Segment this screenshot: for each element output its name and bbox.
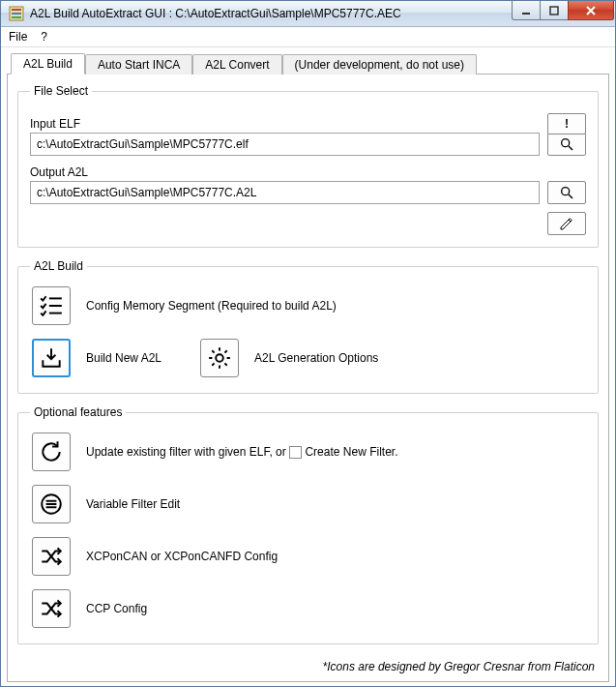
svg-rect-1	[12, 9, 21, 11]
close-button[interactable]	[568, 1, 614, 20]
svg-line-10	[569, 220, 571, 222]
ccp-config-label: CCP Config	[86, 602, 147, 615]
config-memory-segment-label: Config Memory Segment (Required to build…	[86, 299, 337, 313]
svg-rect-4	[522, 13, 530, 15]
app-window: A2L Build AutoExtract GUI : C:\AutoExtra…	[0, 0, 616, 687]
browse-output-a2l-button[interactable]	[547, 181, 586, 204]
browse-input-elf-button[interactable]	[547, 133, 586, 156]
legend-a2l-build: A2L Build	[30, 259, 87, 273]
config-memory-segment-button[interactable]	[32, 286, 71, 325]
search-icon	[559, 185, 574, 200]
svg-point-6	[562, 139, 570, 147]
search-icon	[559, 136, 574, 152]
alert-button[interactable]: !	[547, 113, 586, 134]
tab-a2l-convert[interactable]: A2L Convert	[192, 54, 281, 75]
refresh-icon	[39, 439, 64, 464]
menubar: File ?	[1, 27, 615, 47]
list-icon	[39, 492, 64, 517]
window-controls	[513, 1, 615, 26]
checklist-icon	[39, 293, 64, 318]
build-new-a2l-button[interactable]	[32, 339, 71, 377]
tab-a2l-build[interactable]: A2L Build	[11, 53, 85, 75]
client-area: A2L Build Auto Start INCA A2L Convert (U…	[1, 47, 615, 686]
tab-auto-start-inca[interactable]: Auto Start INCA	[85, 54, 192, 75]
svg-line-9	[569, 194, 572, 198]
svg-point-8	[562, 188, 570, 195]
menu-help[interactable]: ?	[41, 30, 47, 44]
update-filter-button[interactable]	[32, 433, 71, 471]
a2l-generation-options-button[interactable]	[200, 339, 239, 377]
menu-file[interactable]: File	[9, 30, 27, 44]
label-output-a2l: Output A2L	[30, 165, 586, 179]
tabstrip: A2L Build Auto Start INCA A2L Convert (U…	[7, 53, 609, 75]
legend-optional-features: Optional features	[30, 405, 126, 419]
svg-rect-3	[12, 16, 21, 18]
output-a2l-field[interactable]	[30, 181, 540, 204]
tabpanel-a2l-build: File Select ! Input ELF Output A2L	[7, 75, 609, 682]
legend-file-select: File Select	[30, 84, 92, 98]
xcp-config-label: XCPonCAN or XCPonCANFD Config	[86, 550, 278, 563]
svg-line-7	[569, 146, 572, 150]
app-icon	[9, 6, 24, 21]
gear-icon	[207, 345, 232, 371]
window-title: A2L Build AutoExtract GUI : C:\AutoExtra…	[30, 7, 513, 20]
variable-filter-edit-label: Variable Filter Edit	[86, 497, 180, 511]
group-optional-features: Optional features Update existing filter…	[17, 405, 599, 644]
titlebar: A2L Build AutoExtract GUI : C:\AutoExtra…	[1, 1, 615, 27]
svg-rect-5	[550, 7, 558, 15]
xcp-config-button[interactable]	[32, 537, 71, 576]
svg-rect-2	[12, 13, 21, 15]
update-filter-label: Update existing filter with given ELF, o…	[86, 445, 397, 459]
group-a2l-build: A2L Build	[17, 259, 599, 394]
tab-under-development[interactable]: (Under development, do not use)	[282, 54, 477, 75]
shuffle-icon	[39, 544, 64, 569]
build-new-a2l-label: Build New A2L	[86, 351, 161, 365]
group-file-select: File Select ! Input ELF Output A2L	[17, 84, 599, 248]
create-new-filter-checkbox[interactable]	[289, 446, 302, 459]
a2l-generation-options-label: A2L Generation Options	[254, 351, 378, 365]
input-elf-field[interactable]	[30, 133, 540, 156]
svg-point-14	[216, 354, 223, 362]
footer-credit: *Icons are designed by Gregor Cresnar fr…	[17, 656, 599, 675]
minimize-button[interactable]	[512, 1, 541, 20]
download-icon	[39, 345, 64, 371]
edit-button[interactable]	[547, 212, 586, 235]
variable-filter-edit-button[interactable]	[32, 485, 71, 523]
pencil-icon	[559, 216, 574, 231]
shuffle-icon	[39, 596, 64, 621]
label-input-elf: Input ELF	[30, 117, 586, 131]
maximize-button[interactable]	[540, 1, 569, 20]
ccp-config-button[interactable]	[32, 589, 71, 628]
